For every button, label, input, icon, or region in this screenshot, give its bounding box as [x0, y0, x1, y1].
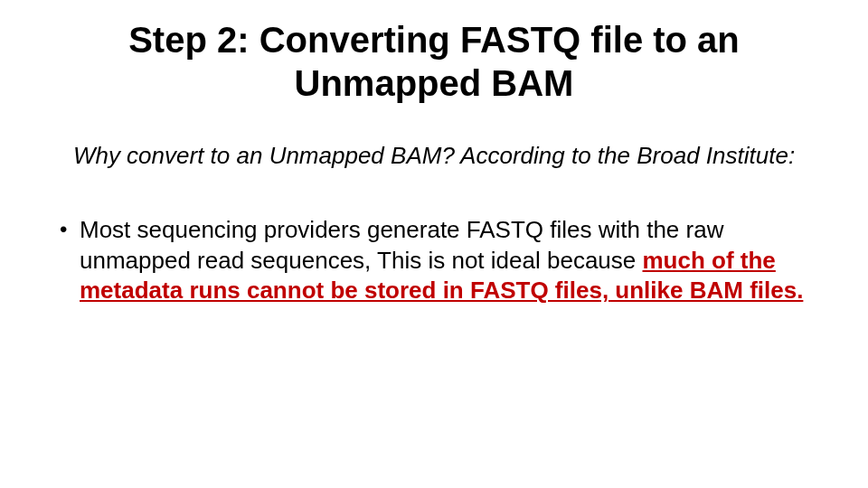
bullet-text: Most sequencing providers generate FASTQ… — [80, 216, 723, 274]
bullet-list: Most sequencing providers generate FASTQ… — [54, 215, 814, 306]
slide: Step 2: Converting FASTQ file to an Unma… — [0, 0, 868, 488]
list-item: Most sequencing providers generate FASTQ… — [54, 215, 814, 306]
slide-subtitle: Why convert to an Unmapped BAM? Accordin… — [63, 141, 805, 172]
slide-title: Step 2: Converting FASTQ file to an Unma… — [63, 18, 805, 105]
